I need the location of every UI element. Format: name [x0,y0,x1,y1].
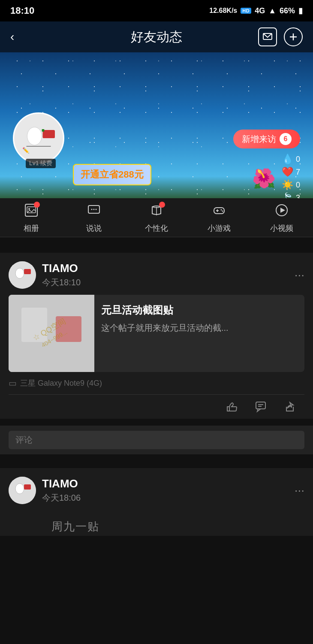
comment-input-1[interactable] [9,431,304,449]
post-timestamp-2: 今天18:06 [42,492,81,504]
feed-spacer-2 [0,455,313,464]
battery-level: 66% [280,6,295,15]
battery-icon: ▮ [298,6,303,15]
tab-video-label: 小视频 [270,223,293,233]
post-more-2[interactable]: ··· [295,484,304,497]
svg-point-15 [96,209,97,210]
tab-games[interactable]: 小游戏 [198,203,241,233]
svg-point-13 [91,209,93,210]
svg-point-11 [28,208,30,210]
vip-banner[interactable]: 开通立省288元 [73,164,151,185]
svg-rect-6 [42,129,45,132]
drop-stat: 💧 0 [282,154,300,165]
comment-button-1[interactable] [255,401,267,413]
sun-icon: ☀️ [282,179,293,190]
add-button[interactable] [284,27,303,46]
svg-rect-35 [24,484,31,490]
post-card-1: TIAMO 今天18:10 ··· ☆ QQ空间 404~999... [0,253,313,419]
leaf-stat: 🍃 3 [282,192,300,198]
post-desc-1: 这个帖子就用来放元旦活动的截... [101,321,298,334]
heart-icon: ❤️ [282,166,293,178]
hero-right-widgets: 新增来访 6 🌺 💧 0 ❤️ 7 ☀️ 0 🍃 [233,130,300,198]
svg-rect-28 [21,308,47,342]
comment-box-1 [0,426,313,454]
tab-album-label: 相册 [24,223,39,233]
heart-stat: ❤️ 7 [282,166,300,178]
post-avatar-2[interactable] [9,477,36,504]
svg-rect-30 [256,402,265,409]
post-header-1: TIAMO 今天18:10 ··· [9,261,304,289]
tab-shuoshuo[interactable]: 说说 [72,203,115,233]
share-button-1[interactable] [284,401,296,413]
post-username-2: TIAMO [42,477,81,490]
svg-point-21 [222,211,223,212]
post-timestamp-1: 今天18:10 [42,277,81,288]
content-card-1[interactable]: ☆ QQ空间 404~999... 元旦活动截图贴 这个帖子就用来放元旦活动的截… [9,295,304,372]
network-speed: 12.68K/s [209,7,237,15]
post-user-1: TIAMO 今天18:10 [9,261,81,289]
album-icon [24,203,38,221]
post-card-2: TIAMO 今天18:06 ··· 周九一贴 [0,468,313,536]
shuoshuo-icon [87,203,101,221]
bottom-cut: 周九一贴 [9,510,304,536]
hero-banner: ✏️ Lv1 续费 开通立省288元 新增来访 6 🌺 💧 0 ❤️ 7 [0,52,313,198]
profile-avatar[interactable]: ✏️ [13,112,64,164]
svg-rect-26 [24,269,31,274]
drop-icon: 💧 [282,154,293,165]
new-visit-button[interactable]: 新增来访 6 [233,130,300,148]
like-button-1[interactable] [226,401,238,413]
device-icon-1: ▭ [9,378,17,388]
profile-avatar-section: ✏️ Lv1 续费 [13,112,64,164]
bottom-cut-text: 周九一贴 [51,519,99,534]
svg-rect-29 [56,316,81,342]
post-avatar-1[interactable] [9,261,36,289]
network-type: 4G [255,6,265,15]
page-title: 好友动态 [131,28,182,46]
device-info-1: ▭ 三星 Galaxy Note9 (4G) [9,378,304,388]
signal-icon: ▲ [268,6,276,15]
post-title-1: 元旦活动截图贴 [101,303,298,317]
tab-games-label: 小游戏 [208,223,231,233]
svg-point-20 [221,209,222,211]
personalize-icon [150,203,163,221]
post-header-2: TIAMO 今天18:06 ··· [9,477,304,504]
status-right: 12.68K/s HD 4G ▲ 66% ▮ [209,6,303,15]
svg-point-4 [27,127,42,145]
feed: TIAMO 今天18:10 ··· ☆ QQ空间 404~999... [0,237,313,536]
flower-icon: 🌺 [252,167,276,190]
tab-album[interactable]: 相册 [10,203,53,233]
post-info-1: TIAMO 今天18:10 [42,262,81,288]
header-actions [258,27,303,46]
device-text-1: 三星 Galaxy Note9 (4G) [20,378,102,388]
svg-point-25 [15,268,24,278]
svg-marker-23 [280,208,285,213]
games-icon [212,203,226,221]
post-username-1: TIAMO [42,262,81,275]
svg-point-34 [15,484,24,494]
status-time: 18:10 [10,5,34,16]
visit-count: 6 [280,133,292,145]
tab-video[interactable]: 小视频 [260,203,303,233]
tab-personalize[interactable]: 个性化 [135,203,178,233]
feed-divider [0,464,313,468]
content-thumbnail-1: ☆ QQ空间 404~999... [9,295,94,372]
header: ‹ 好友动态 [0,21,313,52]
message-button[interactable] [258,27,277,46]
leaf-icon: 🍃 [282,192,293,198]
tab-shuoshuo-label: 说说 [86,223,102,233]
post-info-2: TIAMO 今天18:06 [42,477,81,504]
video-icon [275,203,289,221]
tab-bar: 相册 说说 个性化 [0,198,313,237]
back-button[interactable]: ‹ [10,30,14,44]
feed-spacer [0,237,313,246]
svg-point-14 [93,209,95,210]
hd-badge: HD [241,8,251,14]
sun-stat: ☀️ 0 [282,179,300,190]
svg-rect-5 [43,130,55,138]
svg-text:✏️: ✏️ [22,147,30,154]
album-dot [34,202,40,208]
tab-personalize-label: 个性化 [145,223,168,233]
post-more-1[interactable]: ··· [295,268,304,282]
personalize-dot [159,202,165,208]
status-bar: 18:10 12.68K/s HD 4G ▲ 66% ▮ [0,0,313,21]
